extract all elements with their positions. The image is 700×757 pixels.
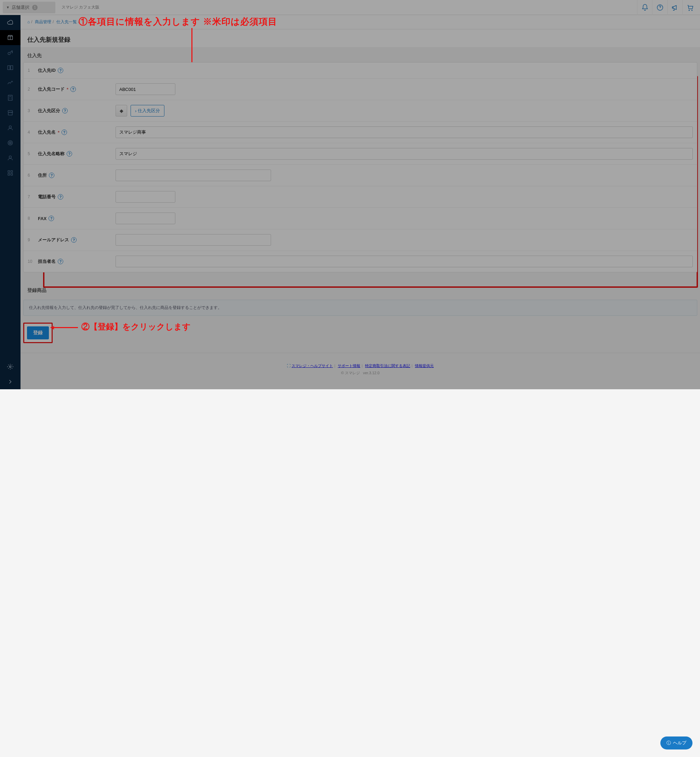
- footer-link[interactable]: スマレジ・ヘルプサイト: [292, 364, 333, 368]
- svg-point-6: [9, 142, 12, 144]
- field-label: 仕入先区分: [38, 108, 60, 114]
- register-button[interactable]: 登録: [27, 326, 49, 339]
- help-icon[interactable]: ?: [62, 108, 68, 114]
- field-label: 電話番号: [38, 194, 56, 200]
- help-icon[interactable]: ?: [58, 259, 63, 264]
- row-number: 1: [28, 68, 34, 73]
- footer: ⛶ スマレジ・ヘルプサイト| サポート情報| 特定商取引法に関する表記| 情報提…: [20, 363, 700, 389]
- sidebar-item-settings[interactable]: [0, 359, 20, 374]
- sidebar-item-expand[interactable]: [0, 374, 20, 389]
- breadcrumb-home-icon[interactable]: ⌂: [27, 19, 30, 24]
- store-name: スマレジ カフェ大阪: [61, 5, 100, 10]
- sidebar-item-store[interactable]: [0, 105, 20, 120]
- footer-link[interactable]: 情報提供元: [415, 364, 434, 368]
- sidebar-item-box[interactable]: [0, 30, 20, 45]
- sidebar-item-cloud[interactable]: [0, 15, 20, 30]
- sidebar-item-book[interactable]: [0, 60, 20, 75]
- store-select-button[interactable]: ▼ 店舗選択 1: [3, 2, 55, 13]
- sidebar-item-target[interactable]: [0, 135, 20, 150]
- svg-rect-3: [8, 95, 12, 100]
- required-mark: *: [58, 130, 59, 135]
- supplier-division-select[interactable]: ◆: [116, 105, 127, 117]
- row-number: 3: [28, 108, 34, 113]
- help-icon[interactable]: ?: [61, 130, 67, 135]
- section-heading: 仕入先: [20, 47, 700, 62]
- field-label: 仕入先名略称: [38, 151, 65, 157]
- help-icon[interactable]: ?: [70, 86, 76, 92]
- help-icon[interactable]: [652, 0, 667, 15]
- supplier-name-input[interactable]: [116, 126, 693, 138]
- row-number: 9: [28, 237, 34, 242]
- field-label: FAX: [38, 216, 47, 221]
- field-label: 仕入先名: [38, 129, 56, 135]
- email-input[interactable]: [116, 234, 271, 246]
- address-input[interactable]: [116, 170, 271, 181]
- required-mark: *: [67, 87, 68, 92]
- svg-point-4: [9, 126, 12, 128]
- supplier-code-input[interactable]: [116, 83, 175, 95]
- form-panel: 1 仕入先ID? 2 仕入先コード*? 3 仕入先区分? ◆ ›仕入先区分 4 …: [23, 62, 697, 272]
- row-number: 5: [28, 151, 34, 156]
- annotation-frame: 登録: [23, 323, 53, 343]
- svg-rect-10: [11, 170, 12, 172]
- chevron-right-icon: ›: [135, 108, 136, 114]
- row-number: 8: [28, 216, 34, 221]
- sidebar-item-user2[interactable]: [0, 150, 20, 165]
- svg-rect-11: [8, 173, 9, 175]
- field-label: 仕入先コード: [38, 86, 65, 92]
- footer-link[interactable]: サポート情報: [338, 364, 360, 368]
- main-content: ⌂/ 商品管理/ 仕入先一覧/ 仕入先新規登録 仕入先 1 仕入先ID? 2 仕…: [20, 15, 700, 389]
- breadcrumb-item[interactable]: 商品管理: [35, 19, 51, 24]
- footer-link[interactable]: 特定商取引法に関する表記: [365, 364, 410, 368]
- row-number: 4: [28, 130, 34, 135]
- supplier-division-link-button[interactable]: ›仕入先区分: [131, 105, 164, 117]
- caret-down-icon: ▼: [6, 5, 9, 9]
- breadcrumb: ⌂/ 商品管理/ 仕入先一覧/: [20, 15, 700, 30]
- sidebar: [0, 15, 20, 389]
- store-count-badge: 1: [32, 5, 38, 10]
- cart-icon[interactable]: [682, 0, 697, 15]
- svg-rect-12: [11, 173, 12, 175]
- megaphone-icon[interactable]: [667, 0, 682, 15]
- row-number: 2: [28, 87, 34, 92]
- svg-point-2: [8, 52, 10, 55]
- phone-input[interactable]: [116, 191, 175, 203]
- help-icon[interactable]: ?: [71, 237, 77, 243]
- help-icon[interactable]: ?: [67, 151, 72, 156]
- sidebar-item-key[interactable]: [0, 45, 20, 60]
- svg-point-5: [8, 140, 12, 145]
- help-icon[interactable]: ?: [58, 68, 63, 73]
- field-label: 住所: [38, 172, 47, 178]
- svg-point-7: [10, 142, 11, 143]
- help-icon[interactable]: ?: [58, 194, 63, 200]
- field-label: 仕入先ID: [38, 67, 56, 73]
- topbar: ▼ 店舗選択 1 スマレジ カフェ大阪: [0, 0, 700, 15]
- row-number: 10: [28, 259, 34, 264]
- help-icon[interactable]: ?: [48, 215, 54, 221]
- breadcrumb-item[interactable]: 仕入先一覧: [56, 19, 77, 24]
- row-number: 6: [28, 173, 34, 178]
- section-heading: 登録商品: [20, 282, 700, 297]
- page-title: 仕入先新規登録: [20, 30, 700, 47]
- field-label: 担当者名: [38, 258, 56, 265]
- footer-link-icon: ⛶: [287, 364, 291, 368]
- info-message: 仕入れ先情報を入力して、仕入れ先の登録が完了してから、仕入れ先に商品を登録するこ…: [23, 300, 697, 316]
- contact-name-input[interactable]: [116, 256, 693, 267]
- field-label: メールアドレス: [38, 237, 69, 243]
- sidebar-item-calc[interactable]: [0, 90, 20, 105]
- help-icon[interactable]: ?: [49, 173, 54, 178]
- row-number: 7: [28, 195, 34, 199]
- supplier-shortname-input[interactable]: [116, 148, 693, 159]
- sidebar-item-user1[interactable]: [0, 120, 20, 135]
- bell-icon[interactable]: [637, 0, 652, 15]
- svg-point-8: [9, 156, 12, 158]
- store-select-label: 店舗選択: [12, 5, 30, 11]
- sidebar-item-grid[interactable]: [0, 165, 20, 181]
- fax-input[interactable]: [116, 212, 175, 224]
- svg-rect-9: [8, 170, 9, 172]
- svg-point-13: [9, 366, 11, 368]
- sidebar-item-chart[interactable]: [0, 75, 20, 90]
